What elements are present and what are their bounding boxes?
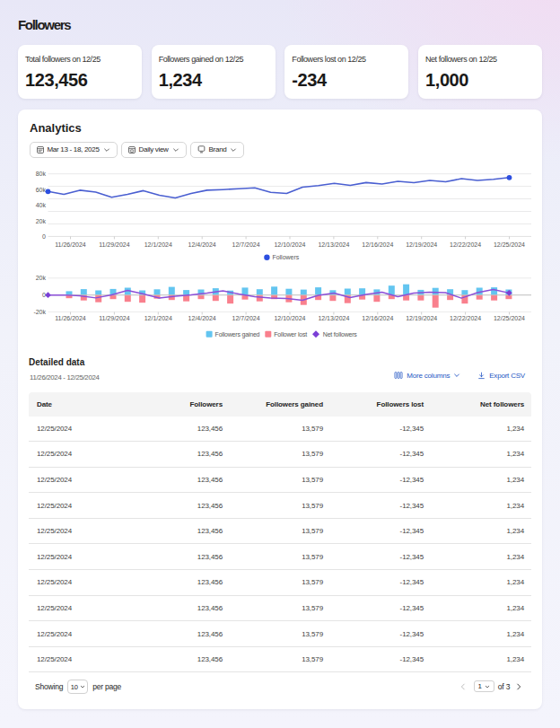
svg-text:20k: 20k	[36, 275, 47, 281]
svg-text:12/7/2024: 12/7/2024	[232, 241, 260, 248]
svg-text:11/26/2024: 11/26/2024	[55, 241, 86, 248]
svg-text:40k: 40k	[36, 202, 47, 208]
svg-text:11/29/2024: 11/29/2024	[99, 241, 130, 248]
svg-text:12/4/2024: 12/4/2024	[188, 241, 216, 248]
svg-text:12/22/2024: 12/22/2024	[450, 241, 481, 248]
svg-text:12/16/2024: 12/16/2024	[362, 315, 393, 321]
svg-text:12/4/2024: 12/4/2024	[188, 315, 216, 321]
svg-text:80k: 80k	[36, 171, 47, 177]
svg-text:12/22/2024: 12/22/2024	[450, 315, 481, 321]
svg-text:12/25/2024: 12/25/2024	[494, 315, 525, 321]
svg-text:12/16/2024: 12/16/2024	[362, 241, 393, 248]
svg-text:12/10/2024: 12/10/2024	[274, 315, 305, 321]
svg-text:12/10/2024: 12/10/2024	[274, 241, 305, 248]
svg-text:20k: 20k	[36, 218, 47, 224]
svg-text:Follower lost: Follower lost	[274, 331, 307, 338]
svg-text:12/13/2024: 12/13/2024	[318, 241, 349, 248]
svg-text:Followers gained: Followers gained	[215, 331, 260, 338]
svg-text:0: 0	[42, 292, 46, 298]
svg-text:11/29/2024: 11/29/2024	[99, 315, 130, 321]
svg-text:Followers: Followers	[272, 254, 299, 260]
svg-text:12/7/2024: 12/7/2024	[232, 315, 260, 321]
svg-text:12/13/2024: 12/13/2024	[318, 315, 349, 321]
svg-text:-20k: -20k	[33, 309, 46, 315]
svg-text:12/25/2024: 12/25/2024	[494, 241, 525, 248]
svg-text:60k: 60k	[36, 187, 47, 193]
svg-text:0: 0	[42, 233, 46, 240]
svg-text:12/1/2024: 12/1/2024	[144, 241, 172, 248]
svg-text:12/1/2024: 12/1/2024	[144, 315, 172, 321]
svg-text:12/19/2024: 12/19/2024	[406, 241, 437, 248]
svg-text:11/26/2024: 11/26/2024	[55, 315, 86, 321]
svg-text:12/19/2024: 12/19/2024	[406, 315, 437, 321]
svg-text:Net followers: Net followers	[323, 331, 358, 338]
